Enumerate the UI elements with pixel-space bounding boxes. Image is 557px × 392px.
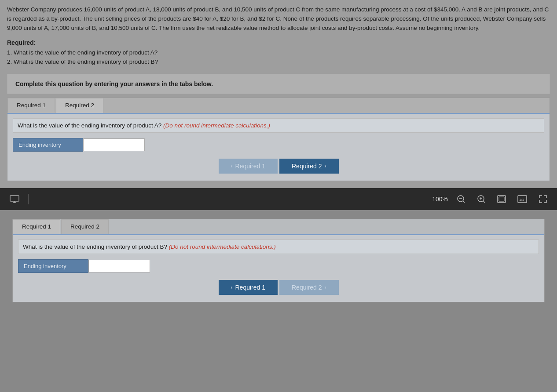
tab2-question-text: What is the value of the ending inventor… — [23, 243, 167, 250]
toolbar-left — [7, 194, 31, 204]
tab-content-required1: What is the value of the ending inventor… — [7, 113, 550, 181]
input-row-2: Ending inventory — [18, 259, 539, 273]
next-button-label-1: Required 2 — [292, 163, 322, 170]
next-button-1[interactable]: Required 2 › — [279, 159, 339, 174]
svg-rect-0 — [10, 196, 19, 201]
tab2-highlight: (Do not round intermediate calculations.… — [169, 243, 276, 250]
chevron-right-icon-1: › — [325, 163, 326, 169]
tabs-container-1: Required 1 Required 2 What is the value … — [7, 98, 550, 181]
second-panel: Required 1 Required 2 What is the value … — [0, 210, 557, 311]
problem-section: Webster Company produces 16,000 units of… — [0, 0, 557, 188]
required-item-2: 2. What is the value of the ending inven… — [7, 57, 550, 67]
chevron-left-icon-1: ‹ — [231, 163, 233, 169]
required-header: Required: — [7, 39, 550, 46]
instruction-text: Complete this question by entering your … — [15, 80, 213, 87]
required-list: 1. What is the value of the ending inven… — [7, 48, 550, 67]
second-tabs-row: Required 1 Required 2 — [13, 219, 544, 234]
prev-button-label-1: Required 1 — [235, 163, 266, 170]
problem-text: Webster Company produces 16,000 units of… — [7, 5, 550, 33]
svg-text:1:1: 1:1 — [519, 198, 524, 202]
chevron-right-icon-2: › — [325, 284, 326, 290]
ending-inventory-label-1: Ending inventory — [13, 138, 83, 152]
nav-buttons-1: ‹ Required 1 Required 2 › — [13, 159, 544, 174]
prev-button-label-2: Required 1 — [235, 284, 266, 291]
ratio-button[interactable]: 1:1 — [515, 194, 530, 204]
tab-required2[interactable]: Required 2 — [56, 98, 103, 113]
instruction-box: Complete this question by entering your … — [7, 74, 550, 94]
toolbar-divider — [28, 194, 29, 204]
svg-rect-11 — [499, 197, 504, 201]
svg-line-9 — [484, 201, 485, 203]
input-row-1: Ending inventory — [13, 138, 544, 152]
tab1-question-text: What is the value of the ending inventor… — [18, 122, 161, 129]
required-item-1: 1. What is the value of the ending inven… — [7, 48, 550, 58]
expand-button[interactable] — [536, 194, 550, 204]
prev-button-2[interactable]: ‹ Required 1 — [219, 280, 278, 295]
zoom-in-button[interactable] — [474, 194, 488, 204]
ending-inventory-label-2: Ending inventory — [18, 259, 88, 273]
zoom-out-button[interactable] — [454, 194, 468, 204]
tabs-row-1: Required 1 Required 2 — [7, 98, 550, 113]
tab1-highlight: (Do not round intermediate calculations.… — [163, 122, 270, 129]
ending-inventory-input-2[interactable] — [88, 260, 150, 272]
zoom-label: 100% — [432, 196, 448, 203]
ending-inventory-input-1[interactable] — [83, 138, 145, 151]
nav-buttons-2: ‹ Required 1 Required 2 › — [18, 280, 539, 295]
next-button-label-2: Required 2 — [292, 284, 322, 291]
prev-button-1[interactable]: ‹ Required 1 — [219, 159, 278, 174]
next-button-2[interactable]: Required 2 › — [279, 280, 339, 295]
toolbar: 100% 1:1 — [0, 188, 557, 210]
toolbar-right: 100% 1:1 — [432, 194, 550, 204]
chevron-left-icon-2: ‹ — [231, 284, 233, 290]
second-tabs-container: Required 1 Required 2 What is the value … — [12, 219, 545, 302]
second-tab-required2[interactable]: Required 2 — [61, 219, 109, 234]
monitor-icon[interactable] — [7, 194, 22, 204]
fit-page-button[interactable] — [495, 194, 509, 204]
tab2-question: What is the value of the ending inventor… — [18, 240, 539, 254]
tab-required1[interactable]: Required 1 — [7, 98, 55, 113]
svg-line-5 — [463, 201, 465, 203]
second-tab-required1[interactable]: Required 1 — [13, 219, 60, 234]
tab1-question: What is the value of the ending inventor… — [13, 118, 544, 133]
tab-content-required2: What is the value of the ending inventor… — [13, 234, 544, 302]
